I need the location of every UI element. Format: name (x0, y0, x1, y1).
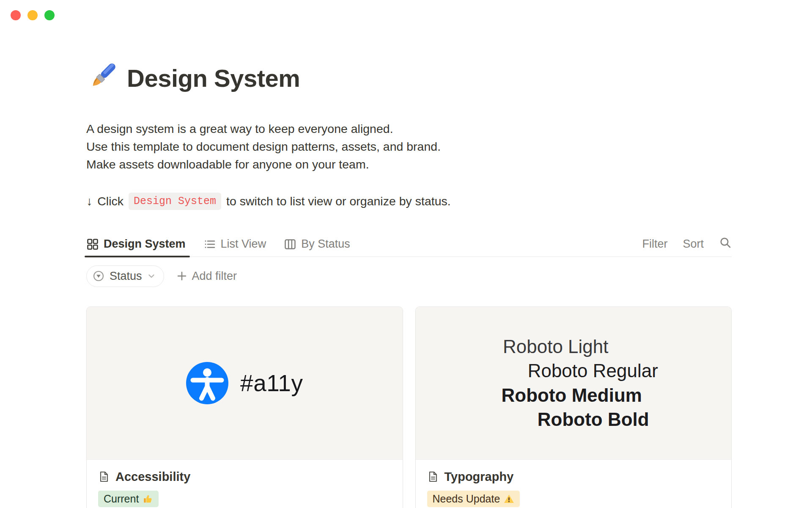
description-line: Use this template to document design pat… (86, 138, 732, 155)
specimen-line-light: Roboto Light (503, 334, 609, 359)
status-badge-current: Current (98, 491, 159, 507)
filter-bar: Status Add filter (86, 265, 732, 287)
add-filter-label: Add filter (192, 270, 237, 283)
zoom-window-button[interactable] (44, 10, 55, 20)
gallery-grid-icon (86, 238, 99, 251)
hint-line[interactable]: ↓ Click Design System to switch to list … (86, 193, 732, 210)
page-content: Design System A design system is a great… (86, 0, 732, 508)
filter-button[interactable]: Filter (642, 237, 667, 251)
card-body: Typography Needs Update (416, 460, 732, 508)
card-title: Accessibility (115, 470, 190, 484)
view-tabs: Design System List View (86, 232, 368, 257)
status-chip-label: Status (110, 270, 142, 283)
down-arrow-icon: ↓ (86, 194, 92, 208)
chevron-down-icon (147, 271, 156, 281)
accessibility-icon (186, 362, 228, 404)
sort-button[interactable]: Sort (683, 237, 704, 251)
minimize-window-button[interactable] (27, 10, 38, 20)
page-title[interactable]: Design System (127, 64, 300, 92)
close-window-button[interactable] (11, 10, 21, 20)
bulleted-list-icon (203, 238, 216, 251)
card-typography[interactable]: Roboto Light Roboto Regular Roboto Mediu… (415, 306, 732, 508)
description-line: A design system is a great way to keep e… (86, 120, 732, 138)
card-title-row: Typography (427, 470, 720, 484)
page-description[interactable]: A design system is a great way to keep e… (86, 120, 732, 173)
status-badge-needs-update: Needs Update (427, 491, 520, 507)
search-icon[interactable] (719, 236, 732, 252)
status-filter-chip[interactable]: Status (86, 265, 164, 287)
hint-suffix: to switch to list view or organize by st… (226, 194, 451, 208)
page-document-icon (98, 471, 110, 483)
tab-label: By Status (301, 237, 350, 251)
specimen-line-regular: Roboto Regular (528, 359, 658, 383)
tab-label: List View (221, 237, 266, 251)
add-filter-button[interactable]: Add filter (176, 270, 237, 283)
page-title-row: Design System (86, 47, 732, 109)
database-view-toolbar: Design System List View (86, 232, 732, 257)
card-preview: Roboto Light Roboto Regular Roboto Mediu… (416, 307, 732, 460)
paintbrush-icon (86, 62, 118, 94)
tab-list-view[interactable]: List View (203, 232, 266, 257)
accessibility-preview: #a11y (186, 362, 303, 404)
card-accessibility[interactable]: #a11y Accessibility Cu (86, 306, 403, 508)
tab-label: Design System (104, 237, 186, 251)
page-document-icon (427, 471, 439, 483)
description-line: Make assets downloadable for anyone on y… (86, 155, 732, 173)
tab-design-system[interactable]: Design System (86, 232, 186, 257)
card-body: Accessibility Current (87, 460, 403, 508)
warning-icon (504, 494, 514, 504)
badge-label: Current (104, 493, 139, 505)
font-specimen: Roboto Light Roboto Regular Roboto Mediu… (503, 334, 644, 432)
board-columns-icon (284, 238, 296, 251)
card-title-row: Accessibility (98, 470, 391, 484)
hint-prefix: Click (97, 194, 123, 208)
window-controls (11, 10, 55, 20)
a11y-hashtag: #a11y (240, 370, 303, 397)
specimen-line-bold: Roboto Bold (538, 407, 649, 432)
view-controls: Filter Sort (642, 236, 732, 252)
tab-by-status[interactable]: By Status (284, 232, 350, 257)
card-preview: #a11y (87, 307, 403, 460)
gallery-cards: #a11y Accessibility Cu (86, 306, 732, 508)
thumbs-up-icon (143, 494, 153, 504)
specimen-line-medium: Roboto Medium (502, 383, 642, 408)
card-title: Typography (444, 470, 514, 484)
inline-code: Design System (129, 193, 221, 210)
badge-label: Needs Update (433, 493, 500, 505)
status-circle-triangle-icon (92, 270, 105, 282)
plus-icon (176, 270, 188, 282)
